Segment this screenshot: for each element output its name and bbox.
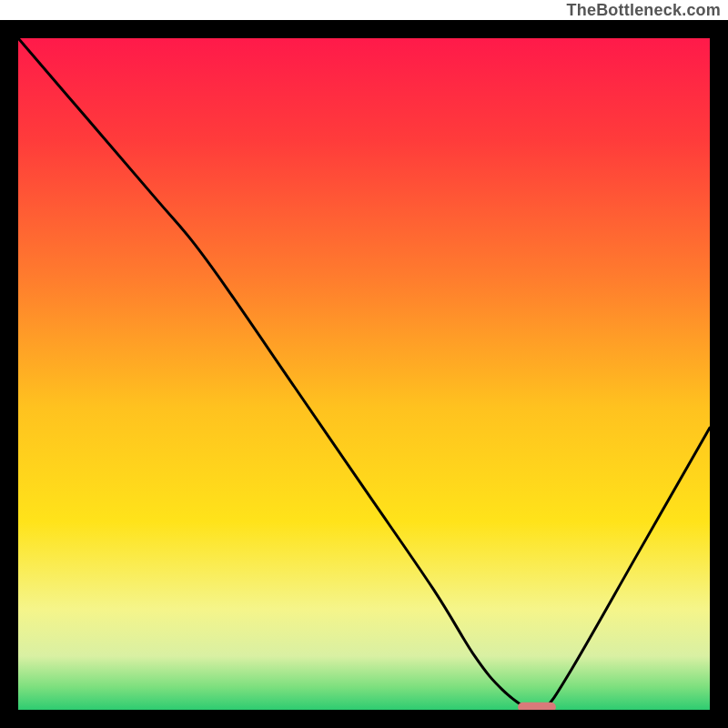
- watermark-text: TheBottleneck.com: [567, 0, 721, 20]
- bottleneck-chart: [0, 20, 728, 728]
- chart-frame: [0, 20, 728, 728]
